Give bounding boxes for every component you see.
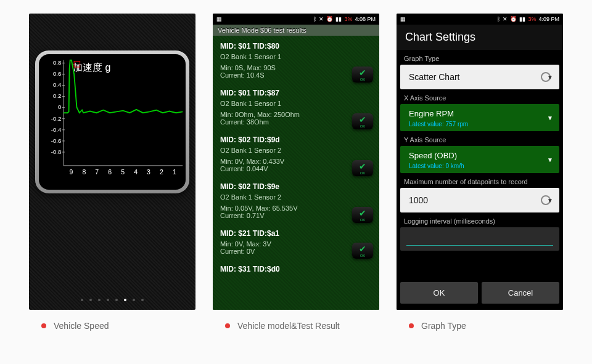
results-title: Vehicle Mode $06 test results <box>213 25 379 36</box>
chevron-down-icon: ▼ <box>547 197 553 204</box>
x-axis-latest: Latest value: 757 rpm <box>409 121 468 127</box>
x-axis-select[interactable]: Engine RPM Latest value: 757 rpm ▼ <box>400 104 559 131</box>
section-label-max-points: Maximum number of datapoints to record <box>404 178 559 185</box>
svg-text:-0.2: -0.2 <box>51 115 61 122</box>
svg-text:0.2: 0.2 <box>53 92 61 99</box>
graph-type-value: Scatter Chart <box>409 72 459 82</box>
result-sensor: O2 Bank 1 Sensor 2 <box>213 147 379 158</box>
svg-text:8: 8 <box>82 169 86 176</box>
svg-text:-0.8: -0.8 <box>51 148 61 155</box>
svg-text:1: 1 <box>173 169 176 176</box>
page-indicator <box>29 299 195 301</box>
result-sensor: O2 Bank 1 Sensor 1 <box>213 100 379 111</box>
graph-type-select[interactable]: Scatter Chart ▼ <box>400 65 559 89</box>
check-icon: ✔ <box>359 115 366 124</box>
svg-text:9: 9 <box>69 169 73 176</box>
results-list[interactable]: MID: $01 TID:$80O2 Bank 1 Sensor 1Min: 0… <box>213 36 379 310</box>
svg-text:2: 2 <box>160 169 163 176</box>
svg-text:-0.4: -0.4 <box>51 126 61 133</box>
gauge-frame: 加速度 g 0.80.60.40.20-0.2-0.4-0.6-0.8 9876… <box>35 51 189 193</box>
result-mid: MID: $31 TID:$d0 <box>213 261 379 276</box>
max-points-select[interactable]: 1000 ▼ <box>400 188 559 212</box>
section-label-graph-type: Graph Type <box>404 55 559 62</box>
app-icon: ▦ <box>216 16 222 22</box>
result-mid: MID: $21 TID:$a1 <box>213 225 379 240</box>
result-mid: MID: $02 TID:$9d <box>213 132 379 147</box>
gauge-screen: 加速度 g 0.80.60.40.20-0.2-0.4-0.6-0.8 9876… <box>29 14 195 310</box>
chevron-down-icon: ▼ <box>547 115 553 121</box>
result-range: Min: 0V, Max: 3VCurrent: 0V✔OK <box>213 240 379 261</box>
result-sensor: O2 Bank 1 Sensor 1 <box>213 53 379 64</box>
check-icon: ✔ <box>359 245 366 253</box>
result-mid: MID: $01 TID:$87 <box>213 85 379 100</box>
section-label-x-axis: X Axis Source <box>404 94 559 102</box>
svg-text:0: 0 <box>58 103 61 110</box>
gauge-svg: 0.80.60.40.20-0.2-0.4-0.6-0.8 987654321 <box>39 54 186 183</box>
result-sensor: O2 Bank 1 Sensor 2 <box>213 193 379 204</box>
svg-text:0.8: 0.8 <box>53 59 61 66</box>
status-bar: ▦ ᛒ ✕ ⏰ ▮▮ 3% 4:09 PM <box>397 14 563 25</box>
bullet-icon <box>225 323 230 328</box>
battery-level: 3% <box>344 16 352 22</box>
bluetooth-icon: ᛒ <box>497 16 500 22</box>
ok-badge: ✔OK <box>352 67 373 83</box>
signal-icon: ▮▮ <box>335 16 342 22</box>
svg-text:5: 5 <box>121 169 125 176</box>
svg-text:-0.6: -0.6 <box>51 137 61 144</box>
clock-time: 4:08 PM <box>355 16 376 22</box>
caption-1: Vehicle Speed <box>29 321 195 331</box>
svg-text:0.6: 0.6 <box>53 70 61 77</box>
max-points-value: 1000 <box>409 195 428 205</box>
gauge-chart: 加速度 g 0.80.60.40.20-0.2-0.4-0.6-0.8 9876… <box>39 54 186 190</box>
settings-screen: ▦ ᛒ ✕ ⏰ ▮▮ 3% 4:09 PM Chart Settings Gra… <box>397 14 563 310</box>
x-axis-value: Engine RPM <box>409 109 454 118</box>
clock-time: 4:09 PM <box>538 16 559 22</box>
result-mid: MID: $02 TID:$9e <box>213 179 379 193</box>
results-screen: ▦ ᛒ ✕ ⏰ ▮▮ 3% 4:08 PM Vehicle Mode $06 t… <box>213 14 379 310</box>
y-axis-latest: Latest value: 0 km/h <box>409 163 464 169</box>
svg-text:4: 4 <box>134 169 138 176</box>
result-range: Min: 0S, Max: 90SCurrent: 10.4S✔OK <box>213 64 379 85</box>
mute-icon: ✕ <box>319 16 324 22</box>
log-interval-input-row <box>400 227 559 251</box>
signal-icon: ▮▮ <box>519 16 525 22</box>
result-range: Min: 0Ohm, Max: 250OhmCurrent: 38Ohm✔OK <box>213 111 379 132</box>
cancel-button[interactable]: Cancel <box>482 282 559 304</box>
section-label-log-interval: Logging interval (milliseconds) <box>404 217 559 225</box>
app-icon: ▦ <box>400 16 406 22</box>
svg-text:3: 3 <box>147 169 150 176</box>
result-range: Min: 0V, Max: 0.433VCurrent: 0.044V✔OK <box>213 158 379 179</box>
ok-badge: ✔OK <box>352 207 373 223</box>
ok-badge: ✔OK <box>352 113 373 129</box>
svg-text:7: 7 <box>95 169 99 176</box>
bluetooth-icon: ᛒ <box>313 16 316 22</box>
chevron-down-icon: ▼ <box>547 156 553 163</box>
caption-2: Vehicle model&Test Result <box>213 321 379 331</box>
bullet-icon <box>41 323 46 328</box>
caption-3: Graph Type <box>397 321 563 331</box>
ok-button[interactable]: OK <box>400 282 478 304</box>
section-label-y-axis: Y Axis Source <box>404 136 559 144</box>
mute-icon: ✕ <box>503 16 508 22</box>
settings-title: Chart Settings <box>405 31 554 44</box>
log-interval-input[interactable] <box>406 232 553 246</box>
ok-badge: ✔OK <box>352 160 373 176</box>
y-axis-select[interactable]: Speed (OBD) Latest value: 0 km/h ▼ <box>400 146 559 173</box>
battery-level: 3% <box>528 16 536 22</box>
y-axis-value: Speed (OBD) <box>409 151 457 160</box>
result-range: Min: 0.05V, Max: 65.535VCurrent: 0.71V✔O… <box>213 204 379 225</box>
check-icon: ✔ <box>359 209 366 217</box>
svg-rect-29 <box>74 61 80 67</box>
status-bar: ▦ ᛒ ✕ ⏰ ▮▮ 3% 4:08 PM <box>213 14 379 25</box>
chevron-down-icon: ▼ <box>547 74 553 81</box>
bullet-icon <box>409 323 414 328</box>
check-icon: ✔ <box>359 162 366 171</box>
check-icon: ✔ <box>359 68 366 77</box>
alarm-icon: ⏰ <box>326 16 333 22</box>
settings-header: Chart Settings <box>397 25 563 50</box>
svg-text:0.4: 0.4 <box>53 81 61 88</box>
result-mid: MID: $01 TID:$80 <box>213 38 379 53</box>
svg-text:6: 6 <box>108 169 112 176</box>
alarm-icon: ⏰ <box>510 16 517 22</box>
ok-badge: ✔OK <box>352 243 373 259</box>
